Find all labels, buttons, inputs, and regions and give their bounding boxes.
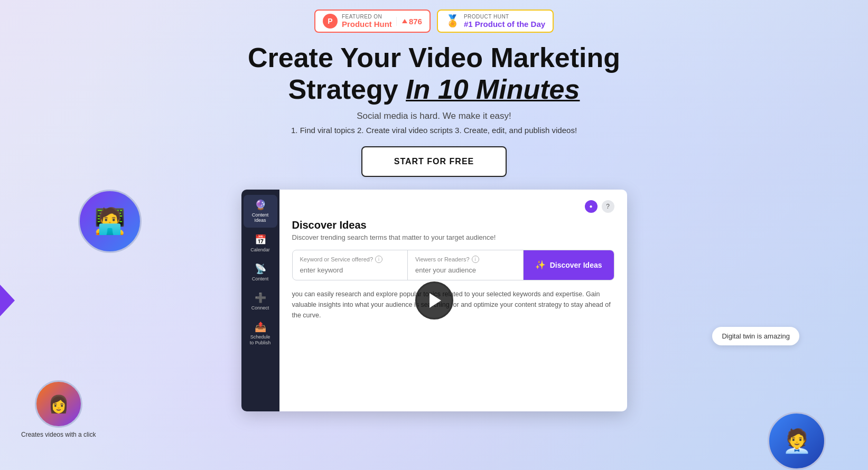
ph-badge-text: FEATURED ON Product Hunt (342, 14, 392, 29)
discover-ideas-button[interactable]: ✨ Discover Ideas (524, 250, 614, 280)
product-hunt-badge[interactable]: P FEATURED ON Product Hunt 876 (314, 10, 431, 33)
section-title: Discover Ideas (292, 219, 614, 231)
input-row: Keyword or Service offered? i Viewers or… (292, 250, 614, 280)
audience-input-group: Viewers or Readers? i (408, 250, 524, 280)
hero-section: Create Your Video Marketing Strategy In … (0, 38, 868, 182)
main-content-panel: ● ? Discover Ideas Discover trending sea… (279, 190, 627, 411)
sidebar-connect-label: Connect (251, 305, 269, 311)
content-icon: 📡 (255, 263, 266, 275)
ph-count: 876 (396, 17, 422, 26)
avatar-bottom-left-circle: 👩 (35, 380, 82, 428)
badges-row: P FEATURED ON Product Hunt 876 🏅 PRODUCT… (0, 0, 868, 33)
play-button[interactable] (415, 281, 453, 319)
ph-icon: P (323, 14, 338, 29)
hero-subtitle: Social media is hard. We make it easy! (0, 111, 868, 121)
main-topbar: ● ? (292, 200, 614, 213)
sidebar-calendar-label: Calendar (250, 247, 270, 252)
sidebar-schedule-label: Scheduleto Publish (250, 334, 271, 346)
sidebar-content-ideas-label: ContentIdeas (252, 212, 269, 224)
award-icon: 🏅 (445, 14, 460, 28)
avatar-top: 🧑‍💻 (78, 190, 142, 253)
description-text: you can easily research and explore popu… (292, 289, 614, 321)
sidebar-item-content[interactable]: 📡 Content (244, 259, 277, 286)
ph-top-text: FEATURED ON (342, 14, 392, 20)
keyword-info-icon[interactable]: i (375, 256, 382, 263)
award-top-text: PRODUCT HUNT (464, 14, 545, 20)
purple-arrow-icon (0, 285, 15, 316)
video-play-overlay[interactable] (415, 281, 453, 319)
section-subtitle: Discover trending search terms that matt… (292, 233, 614, 241)
calendar-icon: 📅 (255, 234, 266, 246)
avatar-bottom-label: Creates videos with a click (21, 431, 96, 438)
keyword-label: Keyword or Service offered? i (300, 256, 400, 263)
schedule-icon: 📤 (255, 321, 266, 333)
hero-title: Create Your Video Marketing Strategy In … (0, 42, 868, 106)
audience-label: Viewers or Readers? i (415, 256, 516, 263)
audience-input[interactable] (415, 266, 516, 274)
award-main-text: #1 Product of the Day (464, 20, 545, 29)
keyword-input-group: Keyword or Service offered? i (293, 250, 408, 280)
sidebar-item-content-ideas[interactable]: 🔮 ContentIdeas (244, 195, 277, 228)
sidebar-item-calendar[interactable]: 📅 Calendar (244, 230, 277, 257)
audience-info-icon[interactable]: i (472, 256, 479, 263)
avatar-bottom-right: 🧑‍💼 (768, 412, 826, 470)
avatar-bottom-right-circle: 🧑‍💼 (768, 412, 826, 470)
question-mark-icon: ? (606, 203, 610, 210)
keyword-input[interactable] (300, 266, 400, 274)
app-mockup-row: 🧑‍💻 🔮 ContentIdeas 📅 Calendar 📡 Content (0, 190, 868, 411)
purple-circle-icon[interactable]: ● (585, 200, 598, 213)
chat-bubble: Digital twin is amazing (712, 327, 799, 345)
purple-icon-symbol: ● (589, 203, 592, 209)
award-badge-text: PRODUCT HUNT #1 Product of the Day (464, 14, 545, 29)
avatar-bottom-left: 👩 Creates videos with a click (21, 380, 96, 438)
help-circle-icon[interactable]: ? (602, 200, 614, 213)
upvote-icon (402, 19, 407, 23)
app-sidebar: 🔮 ContentIdeas 📅 Calendar 📡 Content ➕ Co… (241, 190, 279, 411)
avatar-left-area: 🧑‍💻 (78, 190, 142, 253)
ph-main-text: Product Hunt (342, 20, 392, 29)
product-of-day-badge[interactable]: 🏅 PRODUCT HUNT #1 Product of the Day (437, 10, 554, 33)
sidebar-item-connect[interactable]: ➕ Connect (244, 288, 277, 315)
start-free-button[interactable]: START FOR FREE (361, 146, 507, 177)
connect-icon: ➕ (255, 292, 266, 304)
wand-icon: ✨ (535, 260, 546, 270)
play-icon (430, 293, 441, 308)
sidebar-content-label: Content (252, 276, 269, 281)
content-ideas-icon: 🔮 (255, 199, 266, 211)
hero-steps: 1. Find viral topics 2. Create viral vid… (0, 126, 868, 135)
sidebar-item-schedule[interactable]: 📤 Scheduleto Publish (244, 317, 277, 350)
